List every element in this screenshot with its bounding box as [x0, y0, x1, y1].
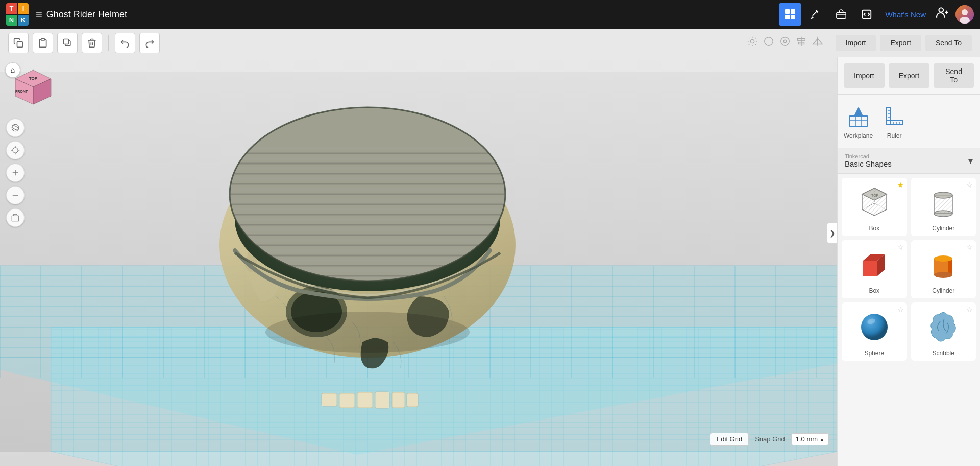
shape-outline-icon[interactable]: [763, 36, 774, 50]
nav-cube[interactable]: ⌂ TOP FRONT: [6, 63, 57, 114]
svg-point-121: [265, 312, 470, 353]
toolbar-right-icons: [747, 36, 823, 50]
logo-i: I: [18, 3, 29, 14]
svg-marker-142: [854, 107, 863, 115]
menu-icon[interactable]: ≡: [36, 8, 42, 21]
shape-label-box-wireframe: Box: [869, 225, 879, 232]
undo-btn[interactable]: [115, 33, 135, 53]
add-user-btn[interactable]: [933, 3, 952, 26]
fit-view-btn[interactable]: [6, 141, 24, 159]
svg-point-165: [934, 255, 952, 262]
zoom-out-view-btn[interactable]: [6, 186, 24, 204]
svg-rect-0: [785, 9, 790, 14]
shape-star-cylinder-orange[interactable]: ☆: [966, 243, 973, 251]
user-avatar[interactable]: [955, 5, 974, 24]
svg-line-24: [749, 44, 749, 44]
action-buttons: Import Export Send To: [836, 35, 972, 51]
shape-item-box-red[interactable]: ☆ Box: [842, 240, 907, 298]
shapes-grid: ★ TO: [838, 174, 980, 466]
svg-rect-4: [837, 12, 846, 18]
delete-btn[interactable]: [82, 33, 102, 53]
shape-item-scribble[interactable]: ☆ Scribble: [911, 302, 976, 361]
perspective-view-btn[interactable]: [6, 208, 24, 227]
shapes-dropdown-header[interactable]: Tinkercad Basic Shapes ▾: [838, 148, 980, 174]
panel-export-btn[interactable]: Export: [889, 63, 929, 88]
shape-star-cylinder-wireframe[interactable]: ☆: [966, 181, 973, 189]
edit-grid-btn[interactable]: Edit Grid: [710, 433, 749, 446]
shape-icon-cylinder-orange: [923, 244, 964, 285]
svg-point-26: [764, 37, 773, 45]
svg-rect-138: [849, 116, 868, 126]
toolbar: Import Export Send To: [0, 29, 980, 57]
shape-item-sphere[interactable]: ☆ Sphere: [842, 302, 907, 361]
navbar: T I N K ≡ Ghost Rider Helmet: [0, 0, 980, 29]
workplane-tool[interactable]: Workplane: [844, 103, 873, 139]
logo-n: N: [6, 15, 17, 26]
svg-rect-89: [392, 392, 405, 408]
import-btn[interactable]: Import: [836, 35, 876, 51]
right-panel: Import Export Send To Workplane: [837, 57, 980, 466]
shape-star-scribble[interactable]: ☆: [966, 306, 973, 314]
project-title[interactable]: Ghost Rider Helmet: [46, 9, 127, 20]
mirror-icon[interactable]: [812, 36, 823, 50]
svg-text:TOP: TOP: [871, 194, 879, 197]
shape-icon-sphere: [854, 307, 895, 347]
whats-new-btn[interactable]: What's New: [881, 7, 930, 22]
shape-label-box-red: Box: [869, 287, 879, 294]
camera-view-icon[interactable]: [779, 36, 791, 50]
shape-item-cylinder-wireframe[interactable]: ☆: [911, 178, 976, 236]
svg-point-129: [13, 148, 18, 153]
copy-btn[interactable]: [8, 33, 29, 53]
panel-send-btn[interactable]: Send To: [934, 63, 974, 88]
shapes-header-text: Tinkercad Basic Shapes: [845, 153, 892, 168]
light-icon[interactable]: [747, 36, 758, 50]
orbit-btn[interactable]: [6, 119, 24, 137]
send-to-btn[interactable]: Send To: [925, 35, 972, 51]
tinkercad-logo[interactable]: T I N K: [6, 3, 29, 26]
viewport[interactable]: ⌂ TOP FRONT: [0, 57, 837, 466]
snap-grid-selector[interactable]: 1.0 mm ▲: [791, 433, 829, 445]
grid-view-btn[interactable]: [779, 3, 801, 26]
code-btn[interactable]: [855, 3, 878, 26]
shape-item-cylinder-orange[interactable]: ☆ Cylinder: [911, 240, 976, 298]
duplicate-btn[interactable]: [57, 33, 78, 53]
panel-import-btn[interactable]: Import: [844, 63, 885, 88]
shape-label-cylinder-orange: Cylinder: [932, 287, 954, 294]
svg-marker-160: [863, 261, 877, 276]
shape-icon-cylinder-wireframe: [923, 182, 964, 223]
ruler-icon: [881, 103, 908, 129]
svg-rect-16: [64, 39, 69, 44]
panel-collapse-btn[interactable]: ❯: [827, 223, 837, 243]
paste-btn[interactable]: [33, 33, 53, 53]
shapes-category: Tinkercad: [845, 153, 892, 159]
panel-tools: Workplane: [838, 95, 980, 148]
zoom-in-view-btn[interactable]: [6, 164, 24, 182]
svg-point-11: [962, 9, 968, 15]
svg-line-21: [755, 44, 756, 44]
snap-grid-label: Snap Grid: [755, 435, 785, 443]
export-btn[interactable]: Export: [880, 35, 921, 51]
ruler-tool[interactable]: Ruler: [881, 103, 908, 139]
svg-point-167: [861, 314, 888, 340]
redo-btn[interactable]: [139, 33, 160, 53]
briefcase-btn[interactable]: [830, 3, 852, 26]
scene-svg: [0, 57, 837, 466]
shape-star-box-red[interactable]: ☆: [897, 243, 904, 251]
shape-star-sphere[interactable]: ☆: [897, 306, 904, 314]
shape-item-box-wireframe[interactable]: ★ TO: [842, 178, 907, 236]
hammer-btn[interactable]: [804, 3, 827, 26]
svg-rect-87: [357, 392, 373, 408]
svg-point-17: [750, 39, 754, 43]
home-view-btn[interactable]: ⌂: [5, 62, 20, 78]
svg-line-20: [749, 37, 749, 38]
logo-k: K: [18, 15, 29, 26]
shape-icon-scribble: [923, 307, 964, 347]
align-icon[interactable]: [796, 36, 807, 50]
workplane-label: Workplane: [844, 132, 873, 139]
shape-label-scribble: Scribble: [933, 350, 954, 357]
svg-line-25: [755, 37, 756, 38]
shape-star-box-wireframe[interactable]: ★: [897, 181, 904, 189]
svg-rect-3: [791, 15, 795, 19]
main-content: ⌂ TOP FRONT: [0, 57, 980, 466]
svg-marker-33: [813, 38, 818, 44]
